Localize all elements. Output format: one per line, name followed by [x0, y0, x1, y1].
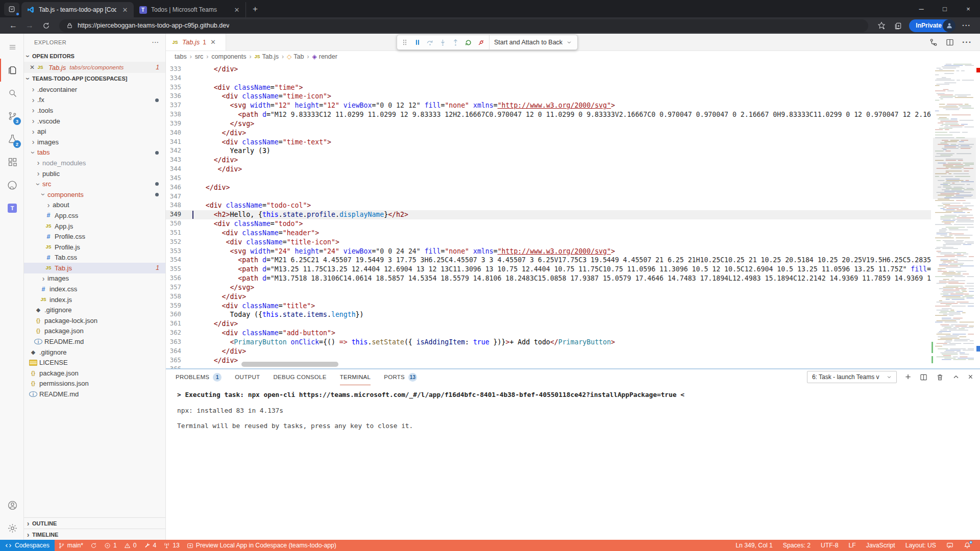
- new-tab-button[interactable]: +: [248, 2, 262, 16]
- status-cursor[interactable]: Ln 349, Col 1: [730, 540, 778, 551]
- kill-terminal-icon[interactable]: [936, 373, 944, 381]
- explorer-actions-button[interactable]: ···: [152, 39, 159, 45]
- tree-item-package.json[interactable]: {}package.json: [24, 326, 165, 337]
- profile-avatar[interactable]: [943, 19, 955, 32]
- code-line-346[interactable]: 346 </div>: [166, 183, 931, 192]
- code-editor[interactable]: 333 </div>334335 <div className="time">3…: [166, 62, 980, 368]
- pause-button[interactable]: [411, 36, 424, 49]
- code-line-336[interactable]: 336 <div className="time-icon">: [166, 92, 931, 101]
- tree-item-public[interactable]: ›public: [24, 168, 165, 179]
- teams-toolkit-view-button[interactable]: T: [0, 196, 23, 219]
- code-line-364[interactable]: 364 </div>: [166, 347, 931, 356]
- explorer-view-button[interactable]: [0, 59, 23, 82]
- tree-item-images[interactable]: ›images: [24, 273, 165, 284]
- code-line-333[interactable]: 333 </div>: [166, 65, 931, 74]
- close-icon[interactable]: ✕: [28, 64, 36, 71]
- settings-button[interactable]: [0, 517, 23, 540]
- maximize-panel-icon[interactable]: [952, 373, 960, 381]
- code-line-344[interactable]: 344 </div>: [166, 165, 931, 174]
- forward-button[interactable]: →: [21, 19, 38, 32]
- terminal-output[interactable]: > Executing task: npx open-cli https://t…: [166, 385, 980, 430]
- code-line-354[interactable]: 354 <path d="M21 6.25C21 4.45507 19.5449…: [166, 256, 931, 265]
- code-line-339[interactable]: 339 </svg>: [166, 119, 931, 129]
- tab-actions-button[interactable]: [4, 3, 19, 16]
- code-line-340[interactable]: 340 </div>: [166, 129, 931, 138]
- open-changes-icon[interactable]: [929, 38, 938, 46]
- open-editor-item[interactable]: ✕ JS Tab.js tabs/src/components 1: [24, 62, 165, 73]
- tree-item-index.css[interactable]: #index.css: [24, 284, 165, 294]
- split-editor-icon[interactable]: [946, 38, 954, 46]
- step-into-button[interactable]: [436, 36, 449, 49]
- code-line-337[interactable]: 337 <svg width="12" height="12" viewBox=…: [166, 101, 931, 110]
- tree-item-about[interactable]: ›about: [24, 200, 165, 211]
- tree-item-src[interactable]: ›src: [24, 179, 165, 189]
- browser-tab[interactable]: Tab.js - teams-todo-app [Codesp✕: [21, 2, 134, 17]
- close-button[interactable]: ×: [957, 0, 980, 17]
- tree-item-node_modules[interactable]: ›node_modules: [24, 158, 165, 168]
- refresh-button[interactable]: [38, 19, 54, 32]
- open-editors-header[interactable]: › OPEN EDITORS: [24, 51, 165, 62]
- tree-item-package.json[interactable]: {}package.json: [24, 368, 165, 379]
- tree-item-package-lock.json[interactable]: {}package-lock.json: [24, 315, 165, 326]
- status-branch[interactable]: main*: [55, 540, 87, 551]
- status-errors[interactable]: 1: [101, 540, 120, 551]
- code-line-353[interactable]: 353 <svg width="24" height="24" viewBox=…: [166, 247, 931, 256]
- status-sync[interactable]: [87, 540, 101, 551]
- status-encoding[interactable]: UTF-8: [816, 540, 844, 551]
- breadcrumb-render[interactable]: ◈render: [312, 53, 337, 60]
- step-over-button[interactable]: [424, 36, 436, 49]
- tree-item-profile.css[interactable]: #Profile.css: [24, 231, 165, 242]
- split-terminal-icon[interactable]: [920, 373, 927, 381]
- code-line-342[interactable]: 342 Yearly (3): [166, 146, 931, 156]
- status-indent[interactable]: Spaces: 2: [778, 540, 816, 551]
- status-warnings[interactable]: 0: [120, 540, 140, 551]
- panel-tab-output[interactable]: OUTPUT: [235, 369, 260, 385]
- tree-item-app.css[interactable]: #App.css: [24, 210, 165, 221]
- code-line-348[interactable]: 348 <div className="todo-col">: [166, 201, 931, 210]
- code-line-335[interactable]: 335 <div className="time">: [166, 83, 931, 92]
- status-language[interactable]: JavaScript: [861, 540, 900, 551]
- collections-button[interactable]: [890, 19, 906, 32]
- panel-tab-debug-console[interactable]: DEBUG CONSOLE: [273, 369, 326, 385]
- tree-item-app.js[interactable]: JSApp.js: [24, 221, 165, 232]
- breadcrumb-tab[interactable]: ◇Tab: [287, 53, 304, 60]
- tree-item-.fx[interactable]: ›.fx: [24, 95, 165, 106]
- tree-item-images[interactable]: ›images: [24, 137, 165, 147]
- status-preview[interactable]: Preview Local App in Codespace (teams-to…: [183, 540, 340, 551]
- code-line-350[interactable]: 350 <div className="todo">: [166, 219, 931, 229]
- code-line-359[interactable]: 359 <div className="title">: [166, 302, 931, 311]
- tree-item-index.js[interactable]: JSindex.js: [24, 294, 165, 305]
- breadcrumb-tabs[interactable]: tabs: [175, 53, 187, 60]
- tree-item-components[interactable]: ›components: [24, 189, 165, 200]
- menu-button[interactable]: [0, 36, 23, 59]
- accounts-button[interactable]: [0, 494, 23, 517]
- disconnect-button[interactable]: [475, 36, 487, 49]
- code-line-343[interactable]: 343 </div>: [166, 156, 931, 165]
- tree-item-permissions.json[interactable]: {}permissions.json: [24, 379, 165, 389]
- address-bar[interactable]: https://pierceboggan-teams-todo-app-c95p…: [59, 19, 868, 32]
- code-line-338[interactable]: 338 <path d="M12 9.83333C12 11.0299 11.0…: [166, 110, 931, 119]
- toolbar-drag-handle[interactable]: [398, 36, 411, 49]
- code-line-357[interactable]: 357 </svg>: [166, 283, 931, 292]
- code-line-361[interactable]: 361 </div>: [166, 319, 931, 329]
- tree-item-.tools[interactable]: ›.tools: [24, 105, 165, 116]
- remote-indicator[interactable]: Codespaces: [0, 540, 55, 551]
- github-view-button[interactable]: [0, 173, 23, 196]
- restart-button[interactable]: [462, 36, 475, 49]
- editor-tab[interactable]: JS Tab.js 1 ✕: [166, 34, 226, 51]
- tree-item-readme.md[interactable]: iREADME.md: [24, 336, 165, 347]
- breadcrumb-src[interactable]: src: [195, 53, 204, 60]
- tree-item-tab.css[interactable]: #Tab.css: [24, 253, 165, 263]
- code-line-351[interactable]: 351 <div className="header">: [166, 229, 931, 238]
- breadcrumb-components[interactable]: components: [211, 53, 246, 60]
- browser-menu-button[interactable]: ···: [962, 21, 971, 30]
- back-button[interactable]: ←: [5, 19, 21, 32]
- tree-item-.gitignore[interactable]: ◆.gitignore: [24, 347, 165, 358]
- breadcrumb-tab-js[interactable]: JSTab.js: [254, 53, 279, 60]
- tree-item-.gitignore[interactable]: ◆.gitignore: [24, 305, 165, 315]
- tree-item-api[interactable]: ›api: [24, 126, 165, 137]
- outline-section-header[interactable]: › OUTLINE: [24, 517, 165, 529]
- code-line-341[interactable]: 341 <div className="time-text">: [166, 138, 931, 147]
- maximize-button[interactable]: □: [933, 0, 957, 17]
- notifications-button[interactable]: [959, 540, 976, 551]
